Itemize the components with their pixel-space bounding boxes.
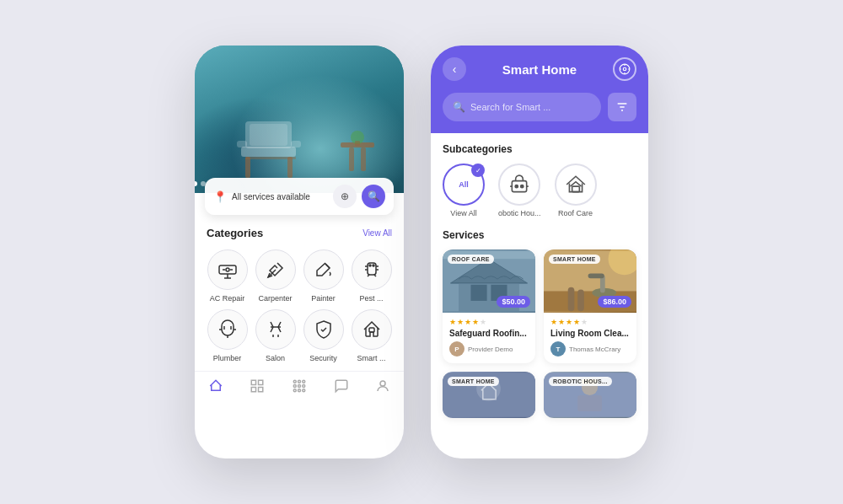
category-item-plumber[interactable]: Plumber (207, 309, 248, 362)
service-image-robotic: ROBOTIC HOUS... (544, 372, 636, 418)
subcat-circle-roof[interactable] (555, 164, 597, 206)
check-badge: ✓ (471, 164, 485, 177)
back-button[interactable]: ‹ (443, 57, 466, 81)
nav-home[interactable] (208, 378, 223, 394)
star-empty: ★ (480, 318, 486, 326)
nav-apps[interactable] (292, 378, 307, 394)
phone2-header: ‹ Smart Home (431, 46, 648, 93)
category-item-salon[interactable]: Salon (255, 309, 296, 362)
phone2-title: Smart Home (502, 62, 577, 77)
service-image-roof: ROOF CARE $50.00 (443, 249, 535, 313)
location-actions: ⊕ 🔍 (333, 185, 385, 208)
view-all-link[interactable]: View All (362, 228, 392, 238)
svg-point-19 (373, 265, 374, 266)
service-name-roof: Safeguard Roofin... (449, 329, 529, 338)
subcat-circle-all[interactable]: All ✓ (443, 164, 485, 206)
svg-rect-44 (513, 181, 527, 192)
location-bar: 📍 All services available ⊕ 🔍 (205, 178, 394, 215)
svg-rect-9 (349, 147, 354, 171)
ac-repair-icon (217, 260, 238, 280)
svg-point-33 (303, 389, 305, 392)
svg-rect-51 (470, 285, 486, 301)
hero-image (195, 46, 404, 193)
category-item-carpenter[interactable]: Carpenter (255, 249, 296, 303)
location-left: 📍 All services available (213, 190, 310, 203)
subcat-label-all: View All (450, 209, 476, 217)
svg-point-30 (303, 385, 305, 388)
svg-point-28 (293, 385, 296, 388)
search-bar[interactable]: 🔍 Search for Smart ... (443, 93, 601, 121)
gps-button[interactable]: ⊕ (333, 185, 357, 208)
categories-grid: AC Repair Carpenter (207, 249, 392, 362)
search-button[interactable]: 🔍 (362, 185, 385, 208)
svg-rect-2 (250, 124, 287, 146)
service-card-robotic[interactable]: ROBOTIC HOUS... (544, 372, 636, 418)
nav-grid[interactable] (250, 378, 265, 394)
chair-illustration (228, 109, 313, 185)
star-empty: ★ (581, 318, 588, 326)
svg-point-45 (515, 185, 518, 188)
svg-rect-6 (237, 141, 247, 147)
category-label-pest: Pest ... (359, 294, 383, 303)
slide-dot-active[interactable] (195, 181, 197, 186)
star: ★ (464, 318, 471, 326)
service-card-cleaning[interactable]: SMART HOME $86.00 ★ ★ ★ ★ ★ Living Room … (544, 249, 636, 363)
provider-avatar-cleaning: T (550, 341, 566, 357)
svg-rect-61 (577, 290, 584, 312)
section-header: Categories View All (207, 227, 392, 239)
svg-rect-10 (361, 147, 366, 171)
subcat-circle-robotic[interactable] (498, 164, 540, 206)
service-name-cleaning: Living Room Clea... (550, 329, 630, 338)
section-title: Categories (207, 227, 263, 239)
svg-rect-24 (259, 388, 263, 392)
carpenter-icon (266, 260, 286, 280)
svg-rect-5 (245, 157, 296, 159)
nav-chat[interactable] (334, 378, 349, 394)
category-icon-ac-repair (207, 249, 248, 290)
subcat-view-all[interactable]: All ✓ View All (443, 164, 485, 217)
painter-icon (314, 260, 334, 280)
location-icon: 📍 (213, 190, 227, 203)
service-info-roof: ★ ★ ★ ★ ★ Safeguard Roofin... P Provider… (443, 313, 535, 363)
svg-point-31 (293, 389, 296, 392)
filter-button[interactable] (608, 93, 636, 121)
target-button[interactable] (613, 57, 636, 81)
star: ★ (457, 318, 464, 326)
pest-icon (362, 260, 382, 280)
service-card-roof[interactable]: ROOF CARE $50.00 ★ ★ ★ ★ ★ Safeguard Roo… (443, 249, 535, 363)
category-item-security[interactable]: Security (303, 309, 344, 362)
category-item-ac[interactable]: AC Repair (207, 249, 248, 303)
svg-point-18 (369, 265, 371, 266)
salon-icon (266, 319, 286, 340)
category-icon-security (303, 309, 344, 350)
service-tag-roof: ROOF CARE (448, 255, 494, 264)
nav-profile[interactable] (375, 378, 390, 394)
svg-point-36 (623, 67, 626, 71)
svg-rect-59 (588, 273, 604, 278)
roof-care-icon (565, 174, 587, 196)
search-placeholder: Search for Smart ... (470, 102, 550, 112)
search-section: 🔍 Search for Smart ... (431, 93, 648, 133)
service-info-cleaning: ★ ★ ★ ★ ★ Living Room Clea... T Thomas M… (544, 313, 636, 363)
svg-point-25 (293, 380, 296, 383)
service-tag-robotic: ROBOTIC HOUS... (549, 377, 612, 386)
category-label-ac: AC Repair (210, 294, 245, 303)
subcategories-title: Subcategories (443, 143, 636, 155)
category-item-painter[interactable]: Painter (303, 249, 344, 303)
service-card-smart[interactable]: SMART HOME (443, 372, 535, 418)
svg-point-29 (298, 385, 300, 388)
svg-rect-60 (568, 287, 575, 312)
svg-point-26 (298, 380, 300, 383)
all-label: All (459, 180, 469, 189)
subcat-robotic[interactable]: obotic Hou... (498, 164, 541, 217)
phone-smart-home: ‹ Smart Home 🔍 Search for Smart ... (431, 46, 648, 458)
category-item-pest[interactable]: Pest ... (351, 249, 392, 303)
svg-point-34 (380, 381, 385, 386)
svg-rect-13 (219, 265, 236, 274)
stars-cleaning: ★ ★ ★ ★ ★ (550, 318, 630, 326)
service-price-cleaning: $86.00 (598, 296, 631, 308)
category-item-smart[interactable]: Smart ... (351, 309, 392, 362)
search-icon: 🔍 (453, 101, 465, 113)
subcat-roof[interactable]: Roof Care (555, 164, 597, 217)
smart-home-icon (362, 319, 382, 340)
